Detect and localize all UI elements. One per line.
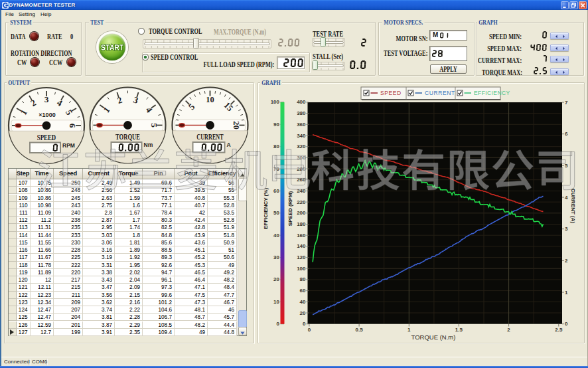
- svg-text:RPM: RPM: [62, 142, 75, 149]
- svg-text:1.5: 1.5: [455, 327, 463, 333]
- svg-text:140: 140: [297, 243, 306, 249]
- svg-text:240: 240: [297, 188, 306, 194]
- svg-text:2: 2: [507, 327, 510, 333]
- svg-text:120: 120: [297, 254, 306, 260]
- svg-text:Nm: Nm: [144, 141, 153, 148]
- svg-text:3: 3: [44, 94, 49, 104]
- svg-text:SPEED: SPEED: [37, 133, 56, 142]
- svg-text:×1000: ×1000: [38, 112, 55, 118]
- svg-text:5: 5: [149, 123, 159, 128]
- svg-text:TORQUE: TORQUE: [115, 132, 140, 141]
- svg-text:2: 2: [565, 258, 568, 264]
- svg-text:100: 100: [297, 266, 306, 272]
- svg-text:5: 5: [565, 163, 568, 169]
- svg-text:320: 320: [297, 143, 306, 149]
- svg-text:4: 4: [565, 195, 568, 201]
- svg-text:100: 100: [271, 99, 280, 105]
- svg-text:60: 60: [300, 288, 306, 294]
- svg-text:160: 160: [297, 232, 306, 238]
- svg-text:7: 7: [565, 100, 568, 106]
- svg-text:A: A: [227, 141, 231, 148]
- svg-text:3: 3: [565, 226, 568, 232]
- svg-text:20: 20: [300, 310, 306, 316]
- svg-text:CURRENT (A): CURRENT (A): [570, 189, 576, 224]
- svg-text:CURRENT: CURRENT: [425, 90, 455, 96]
- svg-text:180: 180: [297, 221, 306, 227]
- svg-text:30: 30: [273, 254, 279, 260]
- svg-text:0: 0: [303, 321, 306, 327]
- svg-text:2.5: 2.5: [555, 327, 563, 333]
- svg-text:EFFICIENCY: EFFICIENCY: [474, 90, 510, 96]
- svg-text:90: 90: [273, 122, 279, 128]
- svg-text:360: 360: [297, 122, 306, 128]
- svg-text:0: 0: [308, 327, 311, 333]
- svg-text:260: 260: [297, 177, 306, 183]
- svg-text:380: 380: [297, 110, 306, 116]
- svg-text:60: 60: [273, 188, 279, 194]
- svg-text:SPEED (RPM): SPEED (RPM): [287, 191, 293, 226]
- svg-text:0: 0: [277, 321, 280, 327]
- svg-text:400: 400: [297, 99, 306, 105]
- svg-text:340: 340: [297, 133, 306, 139]
- svg-text:10: 10: [206, 94, 214, 104]
- svg-text:20: 20: [232, 121, 242, 130]
- svg-text:SPEED: SPEED: [380, 90, 402, 96]
- svg-text:40: 40: [273, 232, 279, 238]
- svg-text:20: 20: [273, 276, 279, 282]
- svg-text:0.5: 0.5: [356, 327, 364, 333]
- svg-text:CURRENT: CURRENT: [196, 132, 224, 141]
- svg-text:80: 80: [300, 276, 306, 282]
- svg-text:1: 1: [407, 327, 411, 333]
- svg-text:10: 10: [273, 299, 279, 305]
- svg-text:300: 300: [297, 155, 306, 161]
- svg-text:1: 1: [565, 290, 568, 296]
- svg-text:80: 80: [273, 143, 279, 149]
- svg-text:EFFICIENCY (%): EFFICIENCY (%): [263, 188, 269, 229]
- svg-text:0: 0: [565, 321, 568, 327]
- svg-text:280: 280: [297, 166, 306, 172]
- svg-text:70: 70: [273, 166, 279, 172]
- svg-text:200: 200: [297, 210, 306, 216]
- svg-text:6: 6: [565, 131, 568, 137]
- svg-text:40: 40: [300, 299, 306, 305]
- svg-text:6: 6: [68, 124, 78, 128]
- svg-text:TORQUE (N.m): TORQUE (N.m): [411, 333, 456, 341]
- svg-text:50: 50: [273, 210, 279, 216]
- svg-text:220: 220: [297, 199, 306, 205]
